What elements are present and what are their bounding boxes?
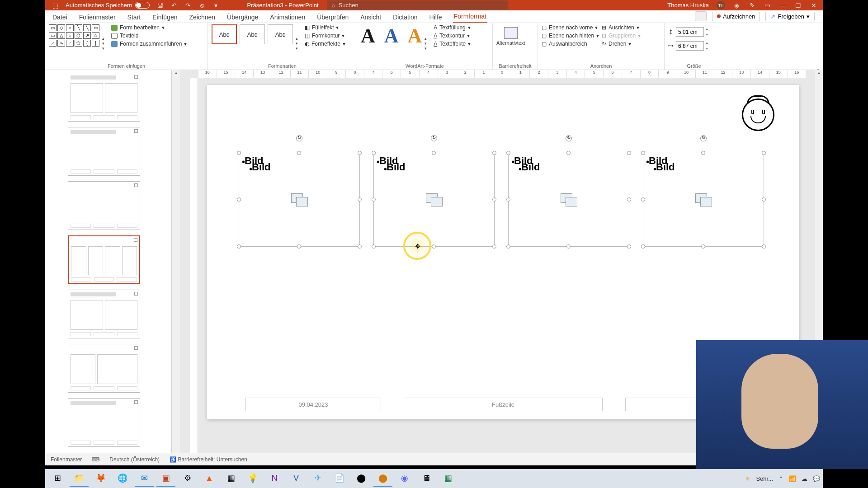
shape-outline-button[interactable]: ◫ Formkontur ▾ [305, 33, 345, 39]
tab-ansicht[interactable]: Ansicht [359, 12, 382, 23]
user-avatar[interactable]: TH [717, 1, 725, 9]
tab-einfuegen[interactable]: Einfügen [151, 12, 178, 23]
status-accessibility[interactable]: ♿ Barrierefreiheit: Untersuchen [170, 456, 247, 463]
minimize-icon[interactable]: — [779, 1, 787, 9]
thumb-scrollbar[interactable]: ▴ [172, 70, 180, 453]
qa-more-icon[interactable]: ▾ [212, 1, 220, 9]
shape-style-3[interactable]: Abc [268, 24, 293, 44]
close-icon[interactable]: ✕ [810, 1, 817, 9]
text-fill-button[interactable]: A Textfüllung ▾ [434, 24, 471, 31]
visio-icon[interactable]: V [287, 470, 306, 487]
footer-placeholder[interactable]: Fußzeile [404, 398, 603, 411]
excel-icon[interactable]: ▦ [439, 470, 458, 487]
send-backward-button[interactable]: ▢ Ebene nach hinten ▾ [542, 33, 599, 39]
shape-style-1[interactable]: Abc [212, 24, 237, 44]
telegram-icon[interactable]: ✈ [308, 470, 327, 487]
autosave-toggle[interactable]: Automatisches Speichern [66, 2, 150, 9]
image-placeholder-1[interactable]: •Bild •Bild [239, 153, 360, 247]
tab-datei[interactable]: Datei [52, 12, 68, 23]
status-view[interactable]: Folienmaster [51, 456, 82, 463]
app-icon[interactable]: ⚙ [178, 470, 197, 487]
wordart-style-1[interactable]: A [361, 24, 375, 47]
align-button[interactable]: ⊞ Ausrichten ▾ [602, 24, 641, 31]
layout-thumb-selected[interactable] [68, 235, 140, 284]
status-language[interactable]: Deutsch (Österreich) [109, 456, 160, 463]
thumbnail-panel[interactable] [45, 70, 172, 453]
onenote-icon[interactable]: N [265, 470, 284, 487]
app-icon[interactable]: 📄 [330, 470, 349, 487]
tray-cloud-icon[interactable]: ☁ [802, 475, 807, 482]
pen-icon[interactable]: ✎ [748, 1, 756, 9]
app-icon[interactable]: ⬤ [352, 470, 371, 487]
share-button[interactable]: ↗Freigeben▾ [765, 12, 815, 21]
wordart-style-3[interactable]: A [408, 24, 422, 47]
layout-thumb[interactable] [68, 398, 140, 447]
tab-hilfe[interactable]: Hilfe [429, 12, 443, 23]
layout-thumb[interactable] [68, 127, 140, 176]
tray-chat-icon[interactable]: 💬 [813, 475, 820, 482]
edit-shape-button[interactable]: Form bearbeiten ▾ [111, 24, 187, 31]
tab-dictation[interactable]: Dictation [392, 12, 418, 23]
tab-formformat[interactable]: Formformat [453, 11, 487, 23]
image-placeholder-2[interactable]: •Bild •Bild [373, 153, 495, 247]
shapes-gallery[interactable]: ▭◇○╲╲▭ ▭△○⬡↗☆ ⟋∿⟋⬠{} [49, 24, 99, 47]
layout-thumb[interactable] [68, 73, 140, 122]
status-keyboard-icon[interactable]: ⌨ [92, 456, 99, 463]
touch-icon[interactable]: ⎋ [198, 1, 206, 9]
shape-effects-button[interactable]: ◐ Formeffekte ▾ [305, 41, 345, 47]
shape-style-2[interactable]: Abc [240, 24, 265, 44]
powerpoint-icon[interactable]: ▣ [156, 470, 175, 487]
bring-forward-button[interactable]: ▢ Ebene nach vorne ▾ [542, 24, 599, 31]
tab-uebergaenge[interactable]: Übergänge [226, 12, 259, 23]
smiley-shape[interactable] [742, 99, 774, 131]
app-icon[interactable]: 💡 [243, 470, 262, 487]
save-icon[interactable]: 🖫 [156, 1, 164, 9]
diamond-icon[interactable]: ◈ [733, 1, 741, 9]
height-input[interactable]: ⭥▴▾ [668, 27, 708, 37]
system-tray[interactable]: ☀Sehr... ⌃ 📶 ☁ 💬 [745, 475, 820, 482]
tab-start[interactable]: Start [127, 12, 142, 23]
rotate-button[interactable]: ↻ Drehen ▾ [602, 41, 641, 47]
search-box[interactable]: ⌕ Suchen [327, 0, 508, 10]
textbox-button[interactable]: Textfeld [111, 33, 187, 39]
selection-pane-button[interactable]: ▢ Auswahlbereich [542, 41, 599, 47]
tab-ueberpruefen[interactable]: Überprüfen [316, 12, 349, 23]
outlook-icon[interactable]: ✉ [135, 470, 154, 487]
layout-thumb[interactable] [68, 290, 140, 338]
layout-thumb[interactable] [68, 344, 140, 393]
width-input[interactable]: ⭤▴▾ [668, 41, 708, 51]
firefox-icon[interactable]: 🦊 [91, 470, 110, 487]
chrome-icon[interactable]: 🌐 [113, 470, 132, 487]
text-outline-button[interactable]: A Textkontur ▾ [434, 33, 471, 39]
vlc-icon[interactable]: ▲ [200, 470, 219, 487]
tray-chevron-icon[interactable]: ⌃ [778, 475, 783, 482]
window-icon[interactable]: ▭ [764, 1, 771, 9]
app-icon[interactable]: 🖥 [417, 470, 436, 487]
date-placeholder[interactable]: 09.04.2023 [245, 398, 381, 411]
comments-button[interactable] [695, 11, 707, 21]
text-effects-button[interactable]: A Texteffekte ▾ [434, 41, 471, 47]
maximize-icon[interactable]: ☐ [794, 1, 802, 9]
start-button[interactable]: ⊞ [48, 470, 67, 487]
tray-network-icon[interactable]: 📶 [789, 475, 796, 482]
layout-thumb[interactable] [68, 181, 140, 230]
shape-fill-button[interactable]: ◧ Fülleffekt ▾ [305, 24, 345, 31]
tab-folienmaster[interactable]: Folienmaster [78, 12, 117, 23]
redo-icon[interactable]: ↷ [184, 1, 192, 9]
home-icon[interactable]: ⬚ [52, 1, 59, 9]
tab-animationen[interactable]: Animationen [269, 12, 306, 23]
record-button[interactable]: Aufzeichnen [712, 12, 760, 21]
tab-zeichnen[interactable]: Zeichnen [188, 12, 216, 23]
explorer-icon[interactable]: 📁 [70, 470, 89, 487]
app-icon[interactable]: ▦ [222, 470, 241, 487]
user-name[interactable]: Thomas Hruska [667, 2, 709, 9]
group-button[interactable]: ⊡ Gruppieren ▾ [602, 33, 641, 39]
discord-icon[interactable]: ◉ [395, 470, 414, 487]
app-icon[interactable]: ⬤ [373, 470, 392, 487]
image-placeholder-4[interactable]: •Bild •Bild [643, 153, 764, 247]
wordart-style-2[interactable]: A [384, 24, 399, 47]
undo-icon[interactable]: ↶ [170, 1, 178, 9]
image-placeholder-3[interactable]: •Bild •Bild [508, 153, 629, 247]
alt-text-button[interactable]: Alternativtext [496, 24, 525, 46]
merge-shapes-button[interactable]: Formen zusammenführen ▾ [111, 41, 187, 47]
